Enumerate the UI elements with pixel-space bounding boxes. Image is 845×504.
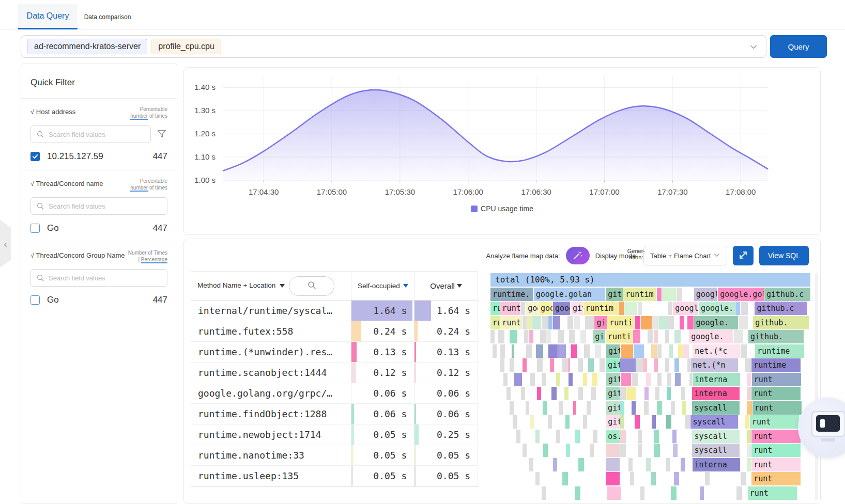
flame-frame[interactable]: runt xyxy=(752,373,802,386)
flame-frame[interactable] xyxy=(632,401,636,415)
flame-frame[interactable] xyxy=(658,316,668,329)
flame-frame[interactable] xyxy=(705,472,710,485)
tab-data-comparison[interactable]: Data comparison xyxy=(78,4,137,29)
table-row[interactable]: internal/runtime/syscal…1.64 s1.64 s xyxy=(191,301,478,321)
flame-frame[interactable] xyxy=(510,401,514,415)
flame-frame[interactable] xyxy=(654,330,658,343)
flame-frame[interactable] xyxy=(677,288,683,301)
filter-value-row[interactable]: Go447 xyxy=(30,295,167,305)
flame-frame[interactable]: runtim xyxy=(583,302,619,315)
flame-frame[interactable]: runt xyxy=(751,430,801,443)
flame-frame[interactable] xyxy=(591,387,596,400)
flame-frame[interactable] xyxy=(683,344,689,358)
flame-frame[interactable]: net.(*n xyxy=(690,358,739,372)
flame-frame[interactable]: runt xyxy=(748,486,797,500)
flame-frame[interactable] xyxy=(681,458,685,471)
flame-frame[interactable] xyxy=(606,458,620,471)
flame-frame[interactable] xyxy=(636,358,642,372)
flame-frame[interactable]: runt xyxy=(751,387,801,400)
flame-frame[interactable] xyxy=(553,316,561,329)
flame-frame[interactable] xyxy=(569,330,575,343)
flame-frame[interactable] xyxy=(578,358,583,372)
flame-frame[interactable]: interna xyxy=(693,458,741,471)
flame-frame[interactable] xyxy=(667,387,671,400)
flame-frame[interactable]: runt xyxy=(500,302,521,315)
flame-frame[interactable]: runt xyxy=(751,458,801,471)
flame-frame[interactable] xyxy=(537,358,543,372)
flame-frame[interactable] xyxy=(620,430,626,443)
flame-frame[interactable]: github.c xyxy=(755,302,807,315)
flame-frame[interactable] xyxy=(573,401,577,415)
flame-frame[interactable]: rur xyxy=(490,316,500,329)
flame-frame[interactable] xyxy=(747,387,751,400)
flame-frame[interactable] xyxy=(529,330,533,343)
self-occupied-column-header[interactable]: Self-occupied xyxy=(351,272,414,300)
flame-frame[interactable]: goo xyxy=(526,302,539,315)
flame-frame[interactable]: rur xyxy=(490,302,500,315)
flame-frame[interactable] xyxy=(657,373,662,386)
fullscreen-button[interactable] xyxy=(733,246,754,265)
flame-frame[interactable]: googl xyxy=(673,302,699,315)
flame-frame[interactable]: runtime xyxy=(751,358,801,372)
flame-frame[interactable] xyxy=(521,387,526,400)
flame-frame[interactable]: google.golan xyxy=(534,288,606,301)
flame-frame[interactable] xyxy=(606,472,620,485)
flame-frame[interactable] xyxy=(562,358,567,372)
tab-data-query[interactable]: Data Query xyxy=(18,4,78,29)
flame-frame[interactable] xyxy=(651,472,656,485)
flame-frame[interactable] xyxy=(543,444,548,457)
flame-frame[interactable]: runt xyxy=(751,472,801,485)
method-column-header[interactable]: Method Name + Location xyxy=(191,272,351,300)
metric-toggle-link[interactable]: Percentablenumber of times xyxy=(130,178,167,191)
table-row[interactable]: runtime.usleep:1350.05 s0.05 s xyxy=(191,466,478,486)
flame-frame[interactable] xyxy=(672,430,677,443)
funnel-filter-icon[interactable] xyxy=(156,129,167,140)
flame-frame[interactable]: runt xyxy=(750,415,800,429)
flame-frame[interactable] xyxy=(540,330,546,343)
flame-frame[interactable] xyxy=(634,344,645,358)
flame-frame[interactable] xyxy=(626,387,636,400)
flame-frame[interactable]: runtim xyxy=(623,288,657,301)
flame-frame[interactable] xyxy=(584,344,590,358)
filter-value-row[interactable]: Go447 xyxy=(30,223,167,233)
flame-frame[interactable] xyxy=(671,401,675,415)
flame-frame[interactable]: google. xyxy=(699,302,735,315)
flame-frame[interactable] xyxy=(680,316,684,329)
flame-frame[interactable] xyxy=(620,358,636,372)
flame-frame[interactable] xyxy=(490,330,495,343)
flame-frame[interactable] xyxy=(593,430,597,443)
flame-frame[interactable] xyxy=(558,330,564,343)
flame-frame[interactable] xyxy=(578,387,583,400)
flame-frame[interactable] xyxy=(662,288,677,301)
flame-frame[interactable] xyxy=(652,415,656,429)
flame-frame[interactable] xyxy=(548,415,552,429)
flame-frame[interactable] xyxy=(632,373,638,386)
flame-frame[interactable] xyxy=(548,316,553,329)
flame-frame[interactable] xyxy=(620,415,625,429)
flame-frame[interactable] xyxy=(523,358,527,372)
flame-frame[interactable] xyxy=(606,444,620,457)
field-search-box[interactable] xyxy=(30,197,167,215)
flame-frame[interactable] xyxy=(665,358,670,372)
flame-frame[interactable] xyxy=(575,486,581,500)
field-search-input[interactable] xyxy=(49,274,162,282)
flame-frame[interactable] xyxy=(678,344,683,358)
flame-frame[interactable]: runtime xyxy=(755,344,805,358)
flame-frame[interactable]: git xyxy=(606,373,621,386)
flame-frame[interactable] xyxy=(548,344,558,358)
flame-frame[interactable] xyxy=(542,373,546,386)
flame-frame[interactable] xyxy=(644,387,649,400)
flame-frame[interactable] xyxy=(551,387,557,400)
flame-frame[interactable]: runti xyxy=(606,330,633,343)
flame-frame[interactable] xyxy=(530,415,535,429)
flame-frame[interactable] xyxy=(590,444,594,457)
flame-frame[interactable] xyxy=(514,373,523,386)
table-row[interactable]: google.golang.org/grpc/…0.06 s0.06 s xyxy=(191,383,478,404)
flame-frame[interactable] xyxy=(633,330,641,343)
chart-legend[interactable]: CPU usage time xyxy=(184,204,820,213)
flame-frame[interactable] xyxy=(559,401,563,415)
flame-frame[interactable]: google. xyxy=(694,316,739,329)
flame-frame[interactable]: runt xyxy=(752,401,802,415)
flame-frame[interactable] xyxy=(700,486,704,500)
flame-frame[interactable] xyxy=(638,444,642,457)
